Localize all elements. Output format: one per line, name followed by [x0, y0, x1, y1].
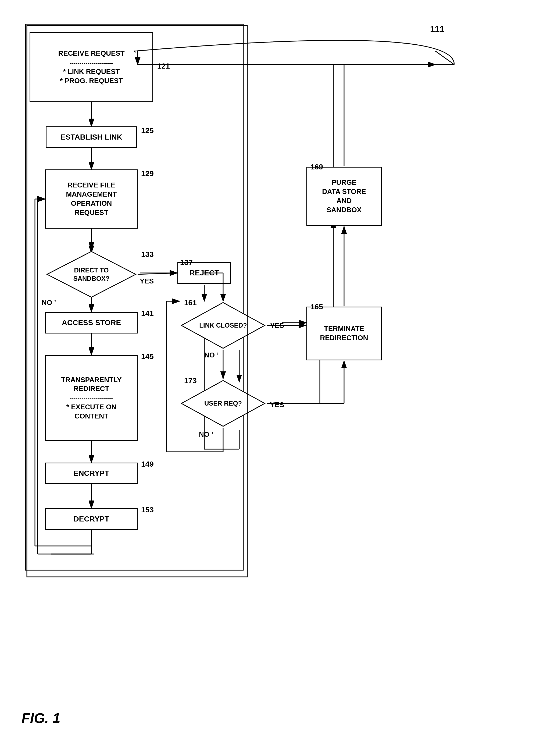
- terminate-redirection-box: TERMINATE REDIRECTION: [306, 307, 382, 361]
- receive-file-mgmt-box: RECEIVE FILE MANAGEMENT OPERATION REQUES…: [45, 170, 138, 229]
- ref-169: 169: [311, 163, 323, 171]
- link-closed-diamond: LINK CLOSED?: [180, 301, 266, 350]
- direct-sandbox-no-label: NO ’: [42, 299, 56, 307]
- figure-label: FIG. 1: [21, 710, 60, 726]
- direct-sandbox-yes-label: YES: [140, 277, 154, 285]
- user-req-yes-label: YES: [270, 401, 284, 409]
- ref-141: 141: [141, 309, 154, 318]
- link-closed-no-label: NO ’: [204, 351, 218, 359]
- user-req-no-label: NO ’: [199, 430, 213, 439]
- purge-data-store-box: PURGE DATA STORE AND SANDBOX: [306, 167, 382, 226]
- access-store-box: ACCESS STORE: [45, 312, 138, 334]
- ref-145: 145: [141, 352, 154, 361]
- decrypt-box: DECRYPT: [45, 508, 138, 530]
- ref-149: 149: [141, 460, 154, 469]
- ref-153: 153: [141, 506, 154, 514]
- ref-129: 129: [141, 170, 154, 178]
- ref-165: 165: [311, 303, 323, 311]
- transparently-redirect-box: TRANSPARENTLY REDIRECT -----------------…: [45, 355, 138, 441]
- ref-137: 137: [180, 258, 193, 267]
- ref-125: 125: [141, 126, 154, 135]
- receive-request-box: RECEIVE REQUEST ---------------------- *…: [30, 32, 153, 102]
- svg-line-41: [138, 273, 177, 274]
- ref-111: 111: [430, 24, 444, 34]
- link-closed-yes-label: YES: [270, 321, 284, 330]
- establish-link-box: ESTABLISH LINK: [46, 126, 137, 148]
- encrypt-box: ENCRYPT: [45, 463, 138, 484]
- direct-to-sandbox-diamond: DIRECT TOSANDBOX?: [46, 250, 137, 299]
- svg-line-62: [435, 51, 454, 65]
- ref-121: 121: [157, 62, 170, 70]
- user-req-diamond: USER REQ?: [180, 379, 266, 428]
- ref-133: 133: [141, 250, 154, 259]
